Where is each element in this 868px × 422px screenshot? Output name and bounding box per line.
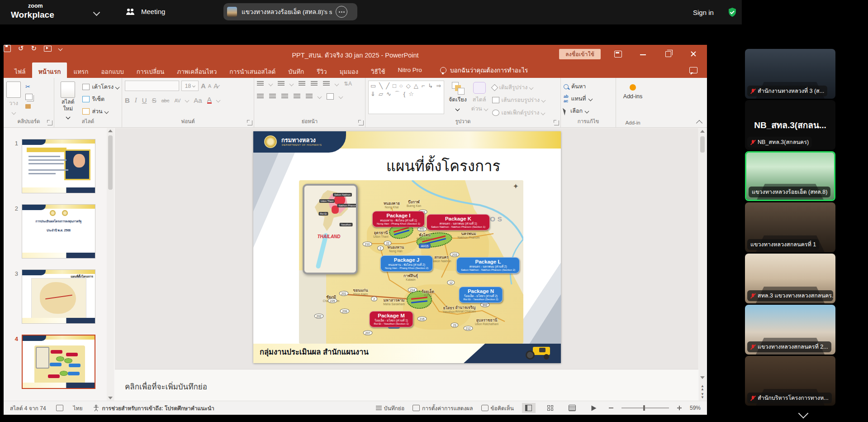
participant-tile[interactable]: สำนักบริหารโครงการทางห... [745, 356, 835, 406]
participant-tile[interactable]: สำนักงานทางหลวงที่ 3 (ส... [745, 49, 835, 99]
section-button[interactable]: ส่วน [82, 107, 119, 116]
shape-glyph-icon[interactable]: ⇒ [436, 82, 441, 90]
paste-button[interactable]: วาง [6, 81, 21, 116]
shape-glyph-icon[interactable]: { [403, 91, 405, 98]
change-case-icon[interactable]: Aa [194, 96, 202, 104]
numbering-icon[interactable] [278, 81, 285, 86]
shape-glyph-icon[interactable]: ∿ [386, 91, 391, 98]
zoom-out-button[interactable] [609, 408, 613, 408]
participant-tile[interactable]: NB_สทล.3(สกลน... NB_สทล.3(สกลนคร) [745, 100, 835, 150]
tell-me-box[interactable]: บอกฉันว่าคุณต้องการทำอะไร [440, 62, 528, 78]
drawing-dialog-launcher[interactable] [554, 120, 559, 125]
italic-icon[interactable]: I [135, 96, 137, 104]
shape-glyph-icon[interactable]: ↳ [428, 82, 433, 90]
scroll-up-icon[interactable] [700, 130, 705, 133]
align-left-icon[interactable] [257, 94, 264, 99]
shape-glyph-icon[interactable]: ▭ [370, 82, 376, 90]
panel-scrollbar[interactable] [107, 128, 114, 401]
shape-glyph-icon[interactable]: ☆ [408, 91, 414, 98]
accessibility-status[interactable]: การช่วยสำหรับการเข้าถึง: โปรดศึกษาคำแนะน… [93, 404, 214, 412]
arrange-button[interactable]: จัดเรียง [449, 81, 467, 117]
slideshow-button[interactable] [587, 403, 601, 413]
chevron-down-icon[interactable] [93, 9, 100, 16]
paragraph-dialog-launcher[interactable] [359, 120, 364, 125]
copy-icon[interactable] [25, 94, 33, 100]
slide-thumbnail[interactable] [22, 335, 95, 389]
convert-smartart-icon[interactable] [327, 93, 334, 100]
slide-thumbnail[interactable]: การประเมินผลโครงการลงทุนภาครัฐ ประจำปี พ… [22, 204, 95, 259]
font-size-combobox[interactable]: 18 [181, 81, 199, 91]
shape-glyph-icon[interactable]: ◇ [406, 82, 411, 90]
new-slide-button[interactable]: สไลด์ใหม่ [57, 81, 79, 120]
ribbon-tab[interactable]: รีวิว [310, 62, 333, 78]
shape-glyph-icon[interactable]: ╲ [379, 82, 383, 90]
slide-canvas[interactable]: กรมทางหลวง DEPARTMENT OF HIGHWAYS แผนที่… [253, 131, 561, 363]
format-painter-icon[interactable] [25, 104, 31, 109]
zoom-slider[interactable] [621, 408, 669, 408]
shape-glyph-icon[interactable]: △ [414, 82, 418, 90]
layout-button[interactable]: เค้าโครง [82, 82, 119, 91]
align-right-icon[interactable] [281, 94, 288, 99]
slide-sorter-view-button[interactable] [544, 403, 557, 413]
subscript-icon[interactable]: abc [161, 98, 170, 103]
slide-area-scrollbar[interactable]: ▲▲ ▼▼ [699, 128, 706, 401]
ribbon-tab[interactable]: มุมมอง [333, 62, 365, 78]
zoom-in-button[interactable] [677, 406, 682, 410]
replace-button[interactable]: abacแทนที่ [564, 94, 613, 103]
ribbon-tab[interactable]: Nitro Pro [392, 62, 428, 78]
bold-icon[interactable]: B [125, 96, 130, 104]
participant-tile[interactable]: แขวงทางหลวงร้อยเอ็ด (สทล.8) [745, 151, 835, 201]
shape-effects-button[interactable]: เอฟเฟ็กต์รูปร่าง [492, 108, 545, 117]
notes-toggle[interactable]: บันทึกย่อ [376, 404, 404, 412]
language-indicator[interactable]: ไทย [73, 404, 83, 412]
next-slide-button[interactable]: ▼▼ [700, 393, 705, 399]
font-color-icon[interactable]: A [207, 97, 212, 104]
reading-view-button[interactable] [565, 403, 579, 413]
sidebar-scroll-down-icon[interactable] [798, 408, 809, 419]
shape-glyph-icon[interactable]: ⇓ [370, 91, 375, 98]
scroll-down-icon[interactable] [700, 376, 705, 379]
underline-icon[interactable]: U [142, 96, 147, 104]
ribbon-tab[interactable]: บันทึก [282, 62, 310, 78]
ppt-close-button[interactable] [690, 51, 697, 57]
bullets-icon[interactable] [257, 81, 264, 86]
ribbon-tab[interactable]: ภาพเคลื่อนไหว [171, 62, 223, 78]
clipboard-dialog-launcher[interactable] [47, 120, 52, 125]
ppt-minimize-button[interactable] [640, 54, 646, 55]
grow-font-icon[interactable]: A [201, 82, 206, 90]
notes-pane[interactable]: คลิกเพื่อที่จะเพิ่มบันทึกย่อ [115, 369, 698, 401]
slide-thumbnail-row[interactable]: 2 การประเมินผลโครงการลงทุนภาครัฐ ประจำปี… [4, 204, 115, 259]
columns-icon[interactable] [306, 94, 313, 99]
decrease-indent-icon[interactable] [299, 81, 305, 86]
shape-glyph-icon[interactable]: □ [393, 82, 396, 90]
ribbon-tab[interactable]: วิธีใช้ [365, 62, 392, 78]
tab-shared-screen[interactable]: แขวงทางหลวงร้อยเอ็ด (สทล.8)'s scre [223, 3, 357, 20]
participant-tile[interactable]: แขวงทางหลวงสกลนครที่ 1 [745, 202, 835, 252]
display-settings-toggle[interactable]: การตั้งค่าการแสดงผล [413, 404, 473, 412]
slide-thumbnail[interactable] [22, 139, 95, 193]
shapes-gallery[interactable]: ▭╲╱□○◇△⌐↳⇒⇓▱∿⌒{☆ [368, 81, 444, 114]
ribbon-tab[interactable]: การเปลี่ยน [130, 62, 171, 78]
participant-tile[interactable]: สทล.3 แขวงทางหลวงสกลนคร... [745, 254, 835, 303]
notes-placeholder[interactable]: คลิกเพื่อที่จะเพิ่มบันทึกย่อ [125, 380, 207, 393]
shape-glyph-icon[interactable]: ╱ [386, 82, 389, 90]
line-spacing-icon[interactable] [323, 81, 330, 86]
shape-glyph-icon[interactable]: ○ [399, 82, 403, 90]
ribbon-display-options-icon[interactable] [614, 51, 622, 58]
slide-thumbnail-row[interactable]: 1 [4, 139, 115, 193]
previous-slide-button[interactable]: ▲▲ [700, 384, 705, 391]
ppt-restore-button[interactable] [665, 51, 671, 57]
zoom-slider-handle[interactable] [643, 405, 645, 411]
ribbon-tab[interactable]: ไฟล์ [8, 62, 32, 78]
ribbon-tab[interactable]: การนำเสนอสไลด์ [223, 62, 282, 78]
character-spacing-icon[interactable]: AV [174, 98, 180, 103]
ribbon-tab[interactable]: ออกแบบ [95, 62, 130, 78]
ppt-sign-in-button[interactable]: ลงชื่อเข้าใช้ [559, 49, 601, 59]
justify-icon[interactable] [294, 94, 300, 99]
slide-thumbnail[interactable]: แผนที่ตั้งโครงการ [22, 269, 95, 324]
increase-indent-icon[interactable] [311, 81, 318, 86]
zoom-percentage[interactable]: 59% [690, 405, 701, 411]
slide-thumbnail-row[interactable]: 4 [4, 335, 115, 389]
shape-fill-button[interactable]: เติมสีรูปร่าง [492, 83, 545, 92]
comments-toggle[interactable]: ข้อคิดเห็น [481, 404, 514, 412]
